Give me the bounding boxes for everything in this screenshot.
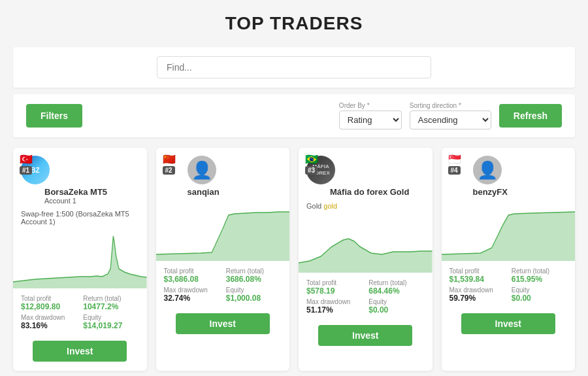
total-profit-label: Total profit — [21, 295, 76, 302]
return-total-group: Return (total) 684.46% — [368, 279, 424, 296]
refresh-button[interactable]: Refresh — [499, 104, 562, 128]
equity-label: Equity — [226, 286, 282, 294]
equity-label: Equity — [512, 286, 567, 294]
return-total-group: Return (total) 615.95% — [512, 267, 567, 284]
invest-btn-wrap: Invest — [442, 307, 576, 343]
equity-group: Equity $0.00 — [512, 286, 567, 303]
total-profit-value: $578.19 — [306, 286, 362, 296]
order-by-label: Order By * — [339, 102, 402, 109]
max-drawdown-label: Max drawdown — [306, 298, 362, 305]
card-description: Swap-free 1:500 (BorsaZeka MT5 Account 1… — [13, 210, 147, 230]
trader-name: sanqian — [188, 187, 282, 197]
trader-subtitle: Account 1 — [44, 197, 139, 205]
chart-area — [13, 230, 147, 288]
total-profit-group: Total profit $1,539.84 — [449, 267, 505, 284]
equity-group: Equity $1,000.08 — [226, 286, 282, 303]
trader-card: 🇨🇳 #2 👤 sanqian Total profit $3,686.08 R… — [156, 148, 290, 371]
max-drawdown-value: 59.79% — [449, 294, 505, 303]
max-drawdown-value: 83.16% — [21, 321, 76, 330]
return-total-value: 615.95% — [512, 275, 567, 284]
flag-badge: 🇨🇳 — [163, 154, 176, 165]
total-profit-group: Total profit $3,686.08 — [164, 267, 220, 284]
card-header: 🇹🇷 #1 BZ BorsaZeka MT5 Account 1 — [13, 148, 147, 210]
chart-area — [156, 202, 290, 261]
invest-button[interactable]: Invest — [318, 325, 412, 346]
equity-label: Equity — [83, 314, 139, 321]
invest-btn-wrap: Invest — [156, 307, 290, 343]
equity-value: $1,000.08 — [226, 294, 282, 303]
card-header: 🇧🇷 #3 MÁFIAFOREX Máfia do forex Gold — [299, 148, 433, 202]
card-header: 🇸🇬 #4 👤 benzyFX — [442, 148, 576, 202]
toolbar: Filters Order By * Rating Profit Return … — [13, 94, 575, 137]
invest-btn-wrap: Invest — [13, 334, 147, 371]
equity-label: Equity — [368, 298, 424, 305]
return-total-label: Return (total) — [368, 279, 424, 286]
invest-button[interactable]: Invest — [461, 313, 555, 334]
return-total-value: 684.46% — [368, 286, 424, 296]
max-drawdown-group: Max drawdown 51.17% — [306, 298, 362, 315]
max-drawdown-label: Max drawdown — [21, 314, 76, 321]
card-stats: Total profit $1,539.84 Return (total) 61… — [442, 261, 576, 307]
order-by-group: Order By * Rating Profit Return — [339, 102, 402, 129]
filters-button[interactable]: Filters — [26, 104, 82, 128]
trader-name: benzyFX — [473, 187, 568, 197]
total-profit-value: $3,686.08 — [164, 275, 220, 284]
max-drawdown-group: Max drawdown 59.79% — [449, 286, 505, 303]
rank-badge: #1 — [20, 166, 32, 175]
max-drawdown-value: 32.74% — [164, 294, 220, 303]
card-stats: Total profit $578.19 Return (total) 684.… — [299, 273, 433, 318]
return-total-label: Return (total) — [512, 267, 567, 275]
search-bar-container — [13, 47, 575, 88]
max-drawdown-label: Max drawdown — [164, 286, 220, 294]
card-description: Gold gold — [299, 202, 433, 214]
sorting-direction-select[interactable]: Ascending Descending — [410, 111, 491, 129]
rank-badge: #3 — [305, 166, 318, 175]
invest-button[interactable]: Invest — [33, 341, 127, 362]
traders-grid: 🇹🇷 #1 BZ BorsaZeka MT5 Account 1 Swap-fr… — [13, 148, 575, 371]
avatar-icon: 👤 — [191, 162, 212, 179]
trader-card: 🇧🇷 #3 MÁFIAFOREX Máfia do forex Gold Gol… — [299, 148, 433, 371]
max-drawdown-group: Max drawdown 83.16% — [21, 314, 76, 330]
rank-badge: #4 — [448, 166, 461, 175]
chart-area — [442, 202, 576, 261]
card-stats: Total profit $12,809.80 Return (total) 1… — [13, 288, 147, 334]
order-by-select[interactable]: Rating Profit Return — [339, 111, 402, 129]
invest-button[interactable]: Invest — [176, 313, 270, 334]
trader-name: Máfia do forex Gold — [330, 187, 425, 197]
card-stats: Total profit $3,686.08 Return (total) 36… — [156, 261, 290, 307]
chart-area — [299, 214, 433, 273]
total-profit-label: Total profit — [164, 267, 220, 275]
rank-badge: #2 — [163, 166, 175, 175]
total-profit-group: Total profit $578.19 — [306, 279, 362, 296]
toolbar-right: Order By * Rating Profit Return Sorting … — [339, 102, 562, 129]
return-total-group: Return (total) 3686.08% — [226, 267, 282, 284]
card-header: 🇨🇳 #2 👤 sanqian — [156, 148, 290, 202]
page-wrapper: TOP TRADERS Filters Order By * Rating Pr… — [0, 0, 588, 376]
return-total-value: 3686.08% — [226, 275, 282, 284]
return-total-value: 10477.2% — [83, 302, 139, 311]
trader-card: 🇸🇬 #4 👤 benzyFX Total profit $1,539.84 R… — [442, 148, 576, 371]
total-profit-label: Total profit — [449, 267, 505, 275]
avatar-icon: 👤 — [477, 162, 498, 179]
equity-value: $14,019.27 — [83, 321, 139, 330]
avatar: 👤 — [188, 156, 216, 184]
flag-badge: 🇸🇬 — [448, 154, 461, 165]
total-profit-value: $12,809.80 — [21, 302, 76, 311]
return-total-label: Return (total) — [83, 295, 139, 302]
page-title: TOP TRADERS — [13, 13, 575, 34]
total-profit-value: $1,539.84 — [449, 275, 505, 284]
search-input[interactable] — [157, 56, 431, 78]
return-total-label: Return (total) — [226, 267, 282, 275]
svg-marker-0 — [13, 236, 147, 288]
equity-group: Equity $0.00 — [368, 298, 424, 315]
sorting-direction-label: Sorting direction * — [410, 102, 491, 109]
max-drawdown-label: Max drawdown — [449, 286, 505, 294]
equity-value: $0.00 — [512, 294, 567, 303]
total-profit-label: Total profit — [306, 279, 362, 286]
trader-card: 🇹🇷 #1 BZ BorsaZeka MT5 Account 1 Swap-fr… — [13, 148, 147, 371]
max-drawdown-group: Max drawdown 32.74% — [164, 286, 220, 303]
svg-marker-2 — [299, 239, 433, 273]
equity-value: $0.00 — [368, 305, 424, 315]
flag-badge: 🇧🇷 — [305, 154, 318, 165]
max-drawdown-value: 51.17% — [306, 305, 362, 315]
